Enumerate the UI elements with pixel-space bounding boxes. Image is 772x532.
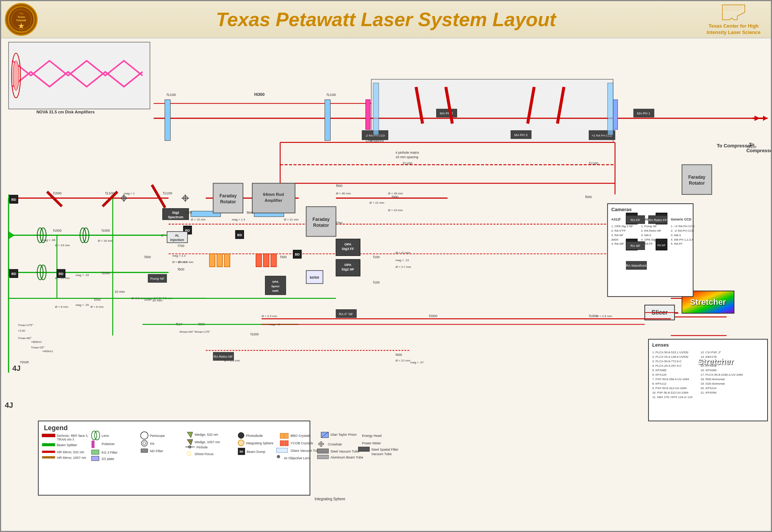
svg-rect-99 <box>167 232 188 243</box>
svg-text:MA PH 3: MA PH 3 <box>514 133 527 137</box>
svg-rect-269 <box>589 131 615 140</box>
svg-text:Tmax=80°: Tmax=80° <box>18 337 32 340</box>
svg-text:6. KPX124: 6. KPX124 <box>652 373 667 376</box>
svg-rect-283 <box>626 261 647 269</box>
svg-text:Rmax=175°: Rmax=175° <box>194 330 210 334</box>
svg-point-52 <box>37 228 43 243</box>
svg-text:mag = .13: mag = .13 <box>396 259 409 262</box>
svg-point-179 <box>91 431 97 440</box>
svg-rect-168 <box>38 421 310 495</box>
svg-point-63 <box>183 196 188 200</box>
svg-rect-84 <box>306 270 323 284</box>
svg-text:Wedge, 1057 nm: Wedge, 1057 nm <box>194 440 220 444</box>
svg-rect-81 <box>256 254 262 267</box>
svg-text:Faraday: Faraday <box>313 217 330 222</box>
svg-text:scA640: scA640 <box>641 218 653 221</box>
svg-rect-115 <box>293 250 301 258</box>
svg-text:mag = .33: mag = .33 <box>75 273 89 277</box>
svg-rect-48 <box>10 195 18 203</box>
svg-text:mag = 1.4: mag = 1.4 <box>232 218 245 221</box>
svg-text:2. -Z RA PH CCD: 2. -Z RA PH CCD <box>671 229 694 232</box>
svg-text:RA NF: RA NF <box>628 244 636 247</box>
svg-text:BD: BD <box>240 450 243 453</box>
svg-text:OPA: OPA <box>344 242 351 246</box>
svg-text:RA FF: RA FF <box>628 218 635 221</box>
svg-text:OPA: OPA <box>344 263 351 267</box>
svg-text:10 mm: 10 mm <box>115 290 125 294</box>
svg-rect-86 <box>336 239 360 256</box>
svg-rect-119 <box>626 213 637 224</box>
svg-rect-208 <box>238 448 245 455</box>
svg-text:Injection: Injection <box>170 238 184 242</box>
svg-marker-107 <box>763 116 768 121</box>
svg-text:4. OPA Stg 3 FF: 4. OPA Stg 3 FF <box>641 238 663 241</box>
svg-marker-43 <box>9 232 14 239</box>
svg-text:5. KPX085: 5. KPX085 <box>652 369 667 372</box>
svg-rect-279 <box>648 216 667 224</box>
header: The Texas Petawatt Center for HI Texas P… <box>1 1 771 38</box>
svg-text:12. CVI PXF, 2": 12. CVI PXF, 2" <box>701 351 721 354</box>
svg-rect-228 <box>318 449 329 453</box>
svg-rect-170 <box>42 434 55 437</box>
svg-text:Ø = 21 mm: Ø = 21 mm <box>396 251 410 254</box>
svg-rect-82 <box>263 254 269 267</box>
svg-point-180 <box>94 431 100 440</box>
svg-text:f200: f200 <box>198 323 204 326</box>
stretcher-label: Stretcher <box>697 357 734 367</box>
svg-text:RA WF: RA WF <box>657 244 666 247</box>
svg-rect-76 <box>366 100 370 129</box>
svg-text:Stg3 FF: Stg3 FF <box>342 247 354 251</box>
beam-paths-svg: BD BD Faraday Rotator 64mm R <box>1 38 771 531</box>
svg-text:mag = .07: mag = .07 <box>410 361 424 364</box>
svg-text:4. RA WF: 4. RA WF <box>611 242 624 245</box>
integrating-sphere-label: Integrating Sphere <box>315 497 345 501</box>
svg-text:BD: BD <box>295 253 300 256</box>
top-right-logo: Texas Center for HighIntensity Laser Sci… <box>700 3 767 36</box>
svg-text:nath: nath <box>272 289 278 292</box>
svg-text:Center for HI: Center for HI <box>16 31 26 32</box>
svg-text:Crosshair: Crosshair <box>328 442 342 446</box>
svg-text:RA NF: RA NF <box>631 244 641 248</box>
svg-point-54 <box>80 228 86 243</box>
svg-text:11. KBX 178 / KPX 118 or 119: 11. KBX 178 / KPX 118 or 119 <box>652 395 693 399</box>
svg-rect-73 <box>682 165 712 194</box>
svg-rect-40 <box>191 211 221 217</box>
svg-text:f1500: f1500 <box>53 229 62 232</box>
svg-text:f700: f700 <box>178 244 184 248</box>
svg-rect-175 <box>42 451 55 453</box>
svg-text:f500: f500 <box>336 184 342 188</box>
svg-text:Ø = 46 mm: Ø = 46 mm <box>336 192 351 195</box>
svg-text:KG 3 Filter: KG 3 Filter <box>101 451 118 454</box>
svg-text:The: The <box>19 12 24 15</box>
svg-marker-197 <box>187 439 193 445</box>
svg-rect-145 <box>648 339 768 421</box>
svg-rect-96 <box>163 209 189 220</box>
svg-rect-77 <box>613 100 618 129</box>
svg-text:2. PLCX-25.4-128.8 UV532: 2. PLCX-25.4-128.8 UV532 <box>652 355 689 359</box>
svg-text:TRAN rim λ: TRAN rim λ <box>57 438 75 441</box>
svg-text:Iris: Iris <box>150 442 154 445</box>
svg-text:Ø = 2.7 mm: Ø = 2.7 mm <box>396 265 411 269</box>
svg-point-226 <box>319 442 324 446</box>
svg-text:Faraday: Faraday <box>219 193 237 198</box>
svg-rect-79 <box>217 254 222 267</box>
svg-text:-Z RA PH CCD: -Z RA PH CCD <box>365 134 385 137</box>
svg-rect-83 <box>271 254 276 267</box>
svg-text:Energy Head: Energy Head <box>362 434 381 438</box>
svg-rect-14 <box>371 79 613 143</box>
svg-rect-217 <box>276 448 288 453</box>
svg-rect-41 <box>254 211 284 217</box>
svg-rect-123 <box>626 239 637 250</box>
svg-text:Power Meter: Power Meter <box>362 441 381 445</box>
svg-text:Ø = 15 mm: Ø = 15 mm <box>388 209 403 212</box>
svg-text:3. MA 0: 3. MA 0 <box>671 234 681 237</box>
svg-marker-44 <box>9 269 14 276</box>
svg-text:f63: f63 <box>224 353 229 357</box>
svg-rect-39 <box>325 100 330 141</box>
svg-point-200 <box>189 446 191 448</box>
svg-point-57 <box>40 265 46 280</box>
svg-text:Ø = 2.5 mm: Ø = 2.5 mm <box>262 314 277 318</box>
svg-text:f100: f100 <box>373 255 379 259</box>
svg-text:Ø = 46 mm: Ø = 46 mm <box>388 192 403 195</box>
svg-text:Ø = 1.5 mm: Ø = 1.5 mm <box>224 359 240 362</box>
